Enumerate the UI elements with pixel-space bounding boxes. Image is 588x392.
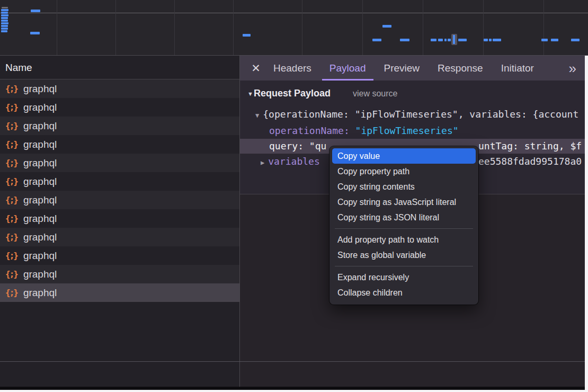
request-timing-bar	[458, 39, 467, 41]
network-request-row[interactable]: {;}graphql	[0, 79, 239, 98]
status-bar-divider	[0, 361, 585, 362]
context-menu-item-add-property-path-to-watch[interactable]: Add property path to watch	[329, 232, 478, 247]
network-request-row[interactable]: {;}graphql	[0, 117, 239, 135]
request-timing-bar	[1, 9, 8, 11]
request-name: graphql	[23, 176, 57, 188]
overview-gridline	[483, 0, 484, 55]
request-name: graphql	[23, 102, 57, 113]
json-braces-icon: {;}	[5, 139, 19, 149]
json-braces-icon: {;}	[5, 288, 19, 298]
context-menu-item-store-as-global-variable[interactable]: Store as global variable	[329, 247, 478, 263]
overview-gridline	[544, 0, 544, 55]
payload-key: variables	[268, 156, 320, 167]
request-timing-bar	[571, 39, 580, 41]
request-timing-bar	[30, 32, 40, 34]
request-timing-bar	[2, 7, 8, 8]
json-braces-icon: {;}	[5, 158, 19, 168]
network-request-row[interactable]: {;}graphql	[0, 135, 239, 154]
payload-key: operationName:	[269, 125, 350, 136]
network-request-row[interactable]: {;}graphql	[0, 98, 239, 117]
request-timing-bar	[1, 28, 8, 30]
close-icon[interactable]: ✕	[247, 60, 264, 76]
overview-gridline	[57, 0, 57, 55]
json-braces-icon: {;}	[5, 176, 19, 186]
payload-key: query: "qu	[269, 140, 326, 152]
request-timing-bar	[1, 17, 8, 19]
tree-expand-triangle-icon[interactable]: ▼	[255, 112, 259, 119]
request-name: graphql	[23, 83, 57, 95]
payload-value-fragment: untTag: string, $f	[478, 139, 582, 154]
request-timing-bar	[444, 39, 447, 41]
network-request-row[interactable]: {;}graphql	[0, 191, 239, 209]
network-request-row[interactable]: {;}graphql	[0, 283, 239, 302]
network-request-row[interactable]: {;}graphql	[0, 209, 239, 228]
double-chevron-icon[interactable]: »	[569, 61, 576, 75]
context-menu-item-copy-string-as-json-literal[interactable]: Copy string as JSON literal	[329, 210, 478, 225]
tab-preview[interactable]: Preview	[377, 56, 427, 81]
view-source-link[interactable]: view source	[353, 89, 397, 99]
json-braces-icon: {;}	[5, 121, 19, 131]
request-list: {;}graphql{;}graphql{;}graphql{;}graphql…	[0, 79, 239, 302]
request-timing-bar	[438, 39, 443, 41]
payload-row-operation-name[interactable]: operationName: "ipFlowTimeseries"	[240, 123, 585, 138]
json-braces-icon: {;}	[5, 213, 19, 224]
tab-payload[interactable]: Payload	[322, 56, 373, 81]
request-timing-bar	[372, 39, 381, 41]
json-braces-icon: {;}	[5, 195, 19, 205]
json-braces-icon: {;}	[5, 269, 19, 279]
request-timing-bar	[1, 12, 8, 14]
window-bottom-edge	[0, 387, 585, 390]
context-menu-item-collapse-children[interactable]: Collapse children	[329, 285, 478, 300]
payload-object-preview-row[interactable]: ▼{operationName: "ipFlowTimeseries", var…	[240, 107, 585, 121]
section-expand-triangle-icon[interactable]: ▼	[247, 91, 253, 97]
request-timing-bar	[1, 14, 8, 16]
request-timing-bar	[243, 34, 251, 37]
json-braces-icon: {;}	[5, 251, 19, 261]
request-name: graphql	[23, 194, 57, 206]
request-timing-bar	[551, 39, 558, 41]
json-braces-icon: {;}	[5, 102, 19, 112]
network-request-row[interactable]: {;}graphql	[0, 265, 239, 283]
json-braces-icon: {;}	[5, 232, 19, 242]
overview-gridline	[174, 0, 175, 55]
overview-gridline	[115, 0, 116, 55]
details-tab-bar: ✕ HeadersPayloadPreviewResponseInitiator…	[240, 56, 585, 81]
request-timing-bar	[541, 39, 548, 41]
request-timing-bar	[484, 39, 488, 41]
overview-gridline	[302, 0, 302, 55]
tab-initiator[interactable]: Initiator	[494, 56, 541, 81]
context-menu-item-copy-string-contents[interactable]: Copy string contents	[329, 179, 478, 194]
requests-panel: Name {;}graphql{;}graphql{;}graphql{;}gr…	[0, 56, 240, 387]
network-request-row[interactable]: {;}graphql	[0, 154, 239, 172]
tab-response[interactable]: Response	[430, 56, 491, 81]
network-overview-timeline[interactable]	[0, 0, 588, 56]
overview-gridline-horizontal	[0, 13, 588, 13]
context-menu-item-copy-string-as-javascript-literal[interactable]: Copy string as JavaScript literal	[329, 194, 478, 210]
request-timing-bar	[31, 10, 40, 12]
name-column-header[interactable]: Name	[0, 56, 239, 79]
context-menu-item-expand-recursively[interactable]: Expand recursively	[329, 270, 478, 285]
request-timing-bar	[489, 39, 492, 41]
request-timing-bar	[1, 30, 7, 32]
tree-collapsed-triangle-icon[interactable]: ▶	[261, 159, 264, 166]
tab-strip: HeadersPayloadPreviewResponseInitiator	[264, 56, 543, 81]
menu-separator	[335, 266, 473, 266]
request-name: graphql	[23, 139, 57, 150]
payload-string-value: "ipFlowTimeseries"	[355, 125, 459, 136]
request-payload-section[interactable]: ▼ Request Payload view source	[240, 86, 585, 101]
network-request-row[interactable]: {;}graphql	[0, 246, 239, 265]
tab-headers[interactable]: Headers	[266, 56, 319, 81]
payload-value-fragment: ee5588fdad995178a0	[478, 154, 582, 168]
context-menu-item-copy-value[interactable]: Copy value	[332, 148, 476, 164]
request-name: graphql	[23, 287, 57, 299]
request-name: graphql	[23, 269, 57, 280]
context-menu-item-copy-property-path[interactable]: Copy property path	[329, 164, 478, 179]
request-timing-bar	[1, 20, 8, 22]
request-name: graphql	[23, 213, 57, 225]
request-timing-bar	[1, 22, 8, 24]
request-timing-bar	[400, 39, 409, 41]
network-request-row[interactable]: {;}graphql	[0, 228, 239, 246]
request-name: graphql	[23, 157, 57, 169]
network-request-row[interactable]: {;}graphql	[0, 172, 239, 191]
request-timing-bar	[493, 39, 501, 41]
